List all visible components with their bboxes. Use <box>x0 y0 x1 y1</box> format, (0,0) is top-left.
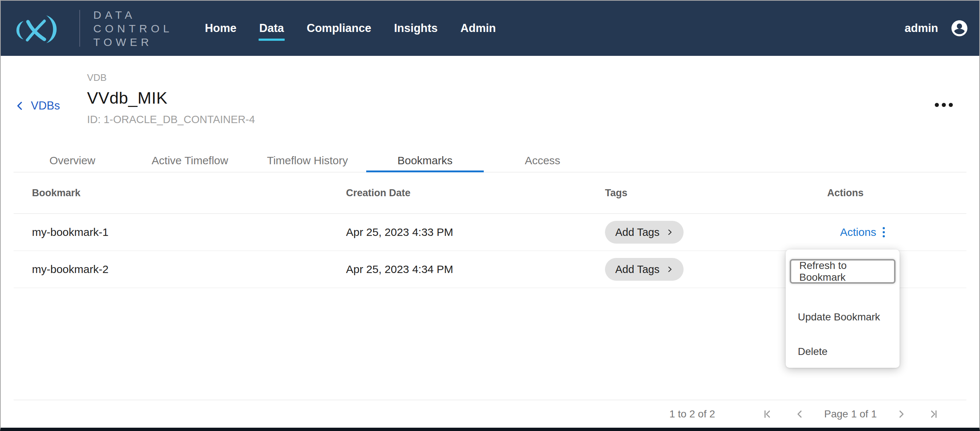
page-overflow-menu-icon[interactable] <box>931 99 956 111</box>
menu-item-refresh-to-bookmark[interactable]: Refresh to Bookmark <box>790 259 896 284</box>
next-page-icon[interactable] <box>895 408 908 420</box>
column-header-actions: Actions <box>827 188 966 199</box>
row-range-label: 1 to 2 of 2 <box>669 408 715 420</box>
brand-wordmark: DATA CONTROL TOWER <box>93 8 173 49</box>
add-tags-button[interactable]: Add Tags <box>605 258 684 281</box>
pagination-bar: 1 to 2 of 2 Page 1 of 1 <box>14 400 966 428</box>
wordmark-line: DATA <box>93 8 173 22</box>
wordmark-line: TOWER <box>93 35 173 49</box>
nav-item-data[interactable]: Data <box>259 19 284 37</box>
add-tags-label: Add Tags <box>615 264 659 275</box>
kebab-icon <box>882 226 886 238</box>
logo-divider <box>80 10 80 47</box>
account-circle-icon[interactable] <box>950 19 969 38</box>
actions-dropdown-menu: Refresh to Bookmark Update Bookmark Dele… <box>786 250 900 368</box>
column-header-bookmark: Bookmark <box>14 188 346 199</box>
add-tags-label: Add Tags <box>615 226 659 239</box>
creation-date: Apr 25, 2023 4:34 PM <box>346 263 605 275</box>
creation-date: Apr 25, 2023 4:33 PM <box>346 226 605 239</box>
delphix-logo-icon <box>10 8 60 49</box>
title-block: VDB VVdb_MIK ID: 1-ORACLE_DB_CONTAINER-4 <box>87 72 255 126</box>
tab-access[interactable]: Access <box>484 148 601 172</box>
pager-controls: Page 1 of 1 <box>761 408 940 420</box>
table-row: my-bookmark-1 Apr 25, 2023 4:33 PM Add T… <box>14 214 966 251</box>
back-link-label: VDBs <box>31 99 60 113</box>
nav-item-insights[interactable]: Insights <box>394 19 438 37</box>
add-tags-button[interactable]: Add Tags <box>605 221 684 243</box>
last-page-icon[interactable] <box>928 408 940 420</box>
page-header: VDBs VDB VVdb_MIK ID: 1-ORACLE_DB_CONTAI… <box>1 56 979 148</box>
chevron-left-icon <box>15 100 25 112</box>
main-nav: Home Data Compliance Insights Admin <box>205 19 496 37</box>
tab-overview[interactable]: Overview <box>14 148 131 172</box>
app-window: DATA CONTROL TOWER Home Data Compliance … <box>0 0 980 431</box>
page-title: VVdb_MIK <box>87 89 255 108</box>
tab-bar: Overview Active Timeflow Timeflow Histor… <box>14 148 966 172</box>
first-page-icon[interactable] <box>761 408 773 420</box>
page-indicator-label: Page 1 of 1 <box>824 408 877 420</box>
top-navigation-bar: DATA CONTROL TOWER Home Data Compliance … <box>1 1 979 56</box>
entity-type-label: VDB <box>87 72 255 83</box>
nav-item-admin[interactable]: Admin <box>461 19 496 37</box>
back-to-vdbs-link[interactable]: VDBs <box>15 99 60 113</box>
tab-timeflow-history[interactable]: Timeflow History <box>249 148 366 172</box>
nav-item-home[interactable]: Home <box>205 19 237 37</box>
column-header-tags: Tags <box>605 188 827 199</box>
tab-active-timeflow[interactable]: Active Timeflow <box>131 148 249 172</box>
previous-page-icon[interactable] <box>794 408 806 420</box>
row-actions-button[interactable]: Actions <box>840 226 886 239</box>
column-header-creation-date: Creation Date <box>346 188 605 199</box>
actions-label: Actions <box>840 226 876 239</box>
table-header-row: Bookmark Creation Date Tags Actions <box>14 172 966 214</box>
user-menu[interactable]: admin <box>905 19 969 38</box>
chevron-right-icon <box>666 265 673 274</box>
nav-item-compliance[interactable]: Compliance <box>307 19 371 37</box>
menu-item-update-bookmark[interactable]: Update Bookmark <box>786 311 900 323</box>
username-label: admin <box>905 22 938 35</box>
bookmark-name: my-bookmark-1 <box>14 226 346 239</box>
bookmark-name: my-bookmark-2 <box>14 263 346 275</box>
wordmark-line: CONTROL <box>93 22 173 35</box>
chevron-right-icon <box>666 228 673 237</box>
tab-bookmarks[interactable]: Bookmarks <box>366 148 484 172</box>
entity-id-label: ID: 1-ORACLE_DB_CONTAINER-4 <box>87 113 255 126</box>
menu-item-delete[interactable]: Delete <box>786 346 900 358</box>
